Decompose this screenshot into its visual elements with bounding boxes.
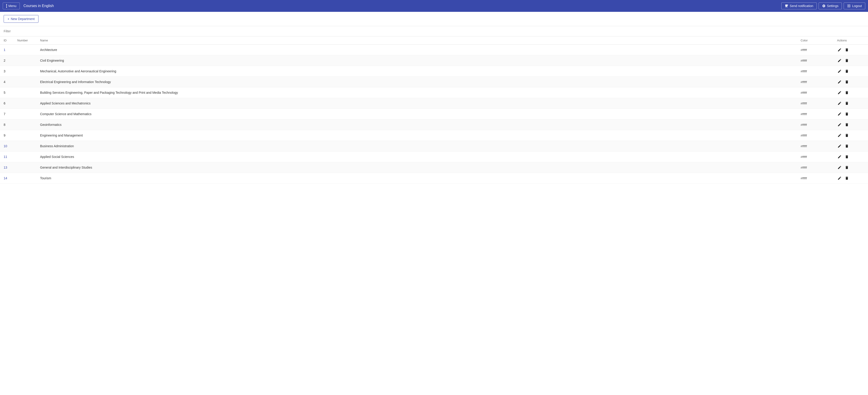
edit-icon — [837, 112, 842, 116]
delete-button[interactable] — [844, 122, 849, 127]
row-color: #ffffff — [801, 112, 837, 116]
delete-button[interactable] — [844, 165, 849, 170]
edit-button[interactable] — [837, 165, 842, 170]
id-link[interactable]: 13 — [4, 166, 7, 169]
row-color: #ffffff — [801, 102, 837, 105]
delete-button[interactable] — [844, 47, 849, 52]
row-name: Applied Social Sciences — [40, 155, 801, 159]
delete-button[interactable] — [844, 69, 849, 74]
row-id[interactable]: 10 — [4, 144, 17, 148]
row-actions — [837, 90, 864, 95]
edit-button[interactable] — [837, 176, 842, 180]
row-id[interactable]: 14 — [4, 176, 17, 180]
edit-button[interactable] — [837, 101, 842, 106]
delete-button[interactable] — [844, 101, 849, 106]
row-id[interactable]: 11 — [4, 155, 17, 159]
plus-icon: + — [7, 17, 9, 21]
new-department-button[interactable]: + New Department — [4, 15, 38, 23]
table-row: 8Geoinformatics#ffffff — [0, 120, 868, 130]
edit-button[interactable] — [837, 58, 842, 63]
id-link[interactable]: 1 — [4, 48, 5, 52]
row-id: 4 — [4, 80, 17, 84]
delete-button[interactable] — [844, 133, 849, 138]
trash-icon — [845, 176, 849, 180]
row-id: 8 — [4, 123, 17, 127]
filter-input[interactable] — [4, 28, 864, 34]
col-actions: Actions — [837, 39, 864, 42]
edit-icon — [837, 176, 842, 180]
edit-button[interactable] — [837, 143, 842, 149]
edit-icon — [837, 91, 842, 95]
table-row: 4Electrical Engineering and Information … — [0, 77, 868, 87]
settings-button[interactable]: Settings — [818, 2, 842, 9]
col-color: Color — [801, 39, 837, 42]
table-row: 2Civil Engineering#ffffff — [0, 55, 868, 66]
page-title: Courses in English — [24, 4, 54, 8]
trash-icon — [845, 133, 849, 137]
row-color: #ffffff — [801, 59, 837, 62]
filter-row — [0, 26, 868, 36]
row-actions — [837, 47, 864, 52]
row-id: 3 — [4, 69, 17, 73]
send-notification-button[interactable]: Send notification — [781, 2, 817, 9]
edit-icon — [837, 101, 842, 105]
delete-button[interactable] — [844, 58, 849, 63]
edit-button[interactable] — [837, 154, 842, 159]
id-link[interactable]: 11 — [4, 155, 7, 159]
delete-button[interactable] — [844, 90, 849, 95]
edit-icon — [837, 155, 842, 159]
row-actions — [837, 122, 864, 127]
edit-button[interactable] — [837, 111, 842, 117]
send-notification-label: Send notification — [790, 4, 813, 8]
delete-button[interactable] — [844, 143, 849, 149]
edit-button[interactable] — [837, 69, 842, 74]
edit-button[interactable] — [837, 47, 842, 52]
row-actions — [837, 58, 864, 63]
row-color: #ffffff — [801, 91, 837, 94]
id-link[interactable]: 10 — [4, 144, 7, 148]
edit-icon — [837, 69, 842, 73]
edit-button[interactable] — [837, 90, 842, 95]
row-actions — [837, 143, 864, 149]
trash-icon — [845, 69, 849, 73]
menu-label: Menu — [8, 4, 17, 8]
edit-icon — [837, 59, 842, 63]
trash-icon — [845, 165, 849, 169]
row-name: Applied Sciences and Mechatronics — [40, 101, 801, 105]
row-color: #ffffff — [801, 166, 837, 169]
row-actions — [837, 69, 864, 74]
row-actions — [837, 154, 864, 159]
edit-button[interactable] — [837, 133, 842, 138]
row-actions — [837, 165, 864, 170]
delete-button[interactable] — [844, 111, 849, 117]
delete-button[interactable] — [844, 176, 849, 180]
row-id[interactable]: 13 — [4, 166, 17, 169]
table-row: 6Applied Sciences and Mechatronics#fffff… — [0, 98, 868, 109]
trash-icon — [845, 144, 849, 148]
row-name: Business Administration — [40, 144, 801, 148]
edit-icon — [837, 144, 842, 148]
settings-label: Settings — [827, 4, 839, 8]
id-link[interactable]: 14 — [4, 176, 7, 180]
header: Menu Courses in English Send notificatio… — [0, 0, 868, 12]
menu-button[interactable]: Menu — [3, 2, 20, 9]
row-id: 9 — [4, 134, 17, 137]
row-actions — [837, 133, 864, 138]
row-name: Electrical Engineering and Information T… — [40, 80, 801, 84]
row-name: Architecture — [40, 48, 801, 52]
trash-icon — [845, 123, 849, 127]
col-name: Name — [40, 39, 801, 42]
table-row: 5Building Services Engineering, Paper an… — [0, 87, 868, 98]
logout-button[interactable]: Logout — [844, 2, 865, 9]
delete-button[interactable] — [844, 79, 849, 85]
edit-button[interactable] — [837, 122, 842, 127]
row-id[interactable]: 1 — [4, 48, 17, 52]
trash-icon — [845, 112, 849, 116]
delete-button[interactable] — [844, 154, 849, 159]
trash-icon — [845, 48, 849, 52]
edit-button[interactable] — [837, 79, 842, 85]
row-color: #ffffff — [801, 176, 837, 180]
trash-icon — [845, 101, 849, 105]
row-id: 6 — [4, 101, 17, 105]
edit-icon — [837, 80, 842, 84]
